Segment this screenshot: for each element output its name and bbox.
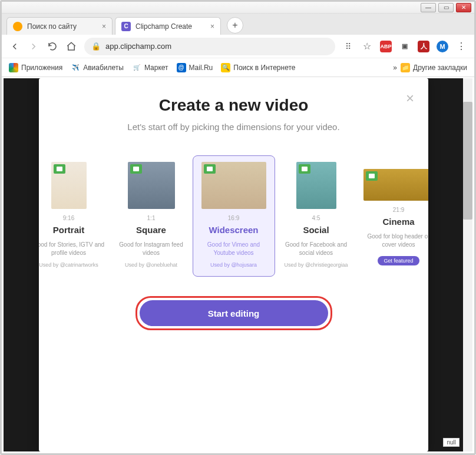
- dimension-thumbnail: [296, 162, 336, 209]
- bookmark-item[interactable]: @Mail.Ru: [177, 63, 213, 72]
- new-tab-button[interactable]: +: [227, 17, 243, 34]
- bookmarks-overflow[interactable]: »: [393, 64, 397, 72]
- dimension-name: Portrait: [39, 225, 105, 235]
- aspect-ratio: 16:9: [198, 215, 270, 221]
- null-tooltip: null: [443, 438, 460, 447]
- dimension-desc: Good for blog header or cover videos: [363, 233, 429, 249]
- browser-tab-active[interactable]: C Clipchamp Create ×: [115, 17, 221, 35]
- page-content: × Create a new video Let's start off by …: [4, 78, 472, 451]
- aspect-ratio: 21:9: [363, 207, 429, 213]
- aspect-ratio: 1:1: [115, 215, 187, 221]
- favicon: [13, 22, 22, 31]
- lock-icon: 🔒: [91, 42, 101, 51]
- template-badge-icon: [366, 171, 378, 181]
- annotation-highlight: [135, 296, 332, 330]
- template-badge-icon: [130, 164, 142, 174]
- close-tab-icon[interactable]: ×: [210, 22, 214, 31]
- dimension-thumbnail: [363, 169, 429, 201]
- dimension-credit: Used by @hojusara: [198, 262, 270, 268]
- address-bar: 🔒 app.clipchamp.com ⠿ ☆ ABP ▣ 人 M ⋮: [2, 35, 474, 58]
- template-badge-icon: [204, 164, 216, 174]
- menu-button[interactable]: ⋮: [455, 41, 467, 52]
- dimension-name: Social: [280, 225, 352, 235]
- tab-strip: Поиск по сайту × C Clipchamp Create × +: [2, 14, 474, 35]
- scrollbar-thumb[interactable]: [463, 102, 472, 220]
- url-text: app.clipchamp.com: [105, 42, 171, 51]
- modal-close-button[interactable]: ×: [406, 90, 414, 107]
- home-button[interactable]: [65, 41, 77, 52]
- create-video-modal: × Create a new video Let's start off by …: [39, 78, 428, 451]
- dimension-desc: Good for Facebook and social videos: [280, 241, 352, 257]
- dimension-name: Cinema: [363, 217, 429, 227]
- dimension-card-square[interactable]: 1:1 Square Good for Instagram feed video…: [110, 155, 193, 277]
- maximize-button[interactable]: ▭: [438, 3, 454, 12]
- dimension-name: Square: [115, 225, 187, 235]
- favicon: C: [121, 22, 131, 31]
- apps-bookmark[interactable]: Приложения: [9, 63, 62, 72]
- forward-button[interactable]: [28, 41, 39, 52]
- dimension-name: Widescreen: [198, 225, 270, 235]
- dimension-thumbnail: [51, 162, 87, 209]
- dimension-credit: Used by @catrinartworks: [39, 262, 105, 268]
- bookmark-item[interactable]: 🛒Маркет: [132, 63, 168, 72]
- dimension-card-social[interactable]: 4:5 Social Good for Facebook and social …: [275, 155, 358, 277]
- dimension-credit: Used by @christiegeorgiaa: [280, 262, 352, 268]
- dimension-desc: Good for Vimeo and Youtube videos: [198, 241, 270, 257]
- close-window-button[interactable]: ✕: [456, 3, 471, 12]
- bookmark-item[interactable]: 🔍Поиск в Интернете: [221, 63, 295, 72]
- modal-title: Create a new video: [39, 96, 428, 115]
- url-input[interactable]: 🔒 app.clipchamp.com: [84, 38, 335, 55]
- aspect-ratio: 9:16: [39, 215, 105, 221]
- aspect-ratio: 4:5: [280, 215, 352, 221]
- browser-tab[interactable]: Поиск по сайту ×: [6, 17, 113, 35]
- bookmark-star-icon[interactable]: ☆: [361, 41, 373, 52]
- translate-icon[interactable]: ⠿: [342, 41, 354, 52]
- minimize-button[interactable]: —: [421, 3, 436, 12]
- window-title-bar: — ▭ ✕: [2, 2, 474, 14]
- bookmark-item[interactable]: ✈️Авиабилеты: [71, 63, 124, 72]
- other-bookmarks[interactable]: 📁Другие закладки: [401, 63, 467, 72]
- dimension-card-widescreen-selected[interactable]: 16:9 Widescreen Good for Vimeo and Youtu…: [193, 155, 275, 277]
- pdf-extension-icon[interactable]: 人: [418, 41, 429, 52]
- profile-avatar[interactable]: M: [437, 41, 448, 52]
- dimension-card-cinema[interactable]: 21:9 Cinema Good for blog header or cove…: [358, 155, 429, 277]
- tab-title: Поиск по сайту: [27, 22, 77, 31]
- dimensions-row: 9:16 Portrait Good for Stories, IGTV and…: [39, 155, 428, 277]
- dimension-card-portrait[interactable]: 9:16 Portrait Good for Stories, IGTV and…: [39, 155, 110, 277]
- get-featured-button[interactable]: Get featured: [378, 256, 419, 265]
- modal-subtitle: Let's start off by picking the dimension…: [39, 122, 428, 132]
- dimension-desc: Good for Instagram feed videos: [115, 241, 187, 257]
- dimension-desc: Good for Stories, IGTV and profile video…: [39, 241, 105, 257]
- template-badge-icon: [299, 164, 310, 174]
- reload-button[interactable]: [47, 41, 58, 52]
- dimension-thumbnail: [128, 162, 175, 209]
- back-button[interactable]: [9, 41, 21, 52]
- tab-title: Clipchamp Create: [135, 22, 192, 31]
- cast-extension-icon[interactable]: ▣: [399, 41, 411, 52]
- close-tab-icon[interactable]: ×: [102, 22, 106, 31]
- template-badge-icon: [54, 164, 65, 174]
- bookmarks-bar: Приложения ✈️Авиабилеты 🛒Маркет @Mail.Ru…: [2, 58, 474, 77]
- dimension-credit: Used by @onebluehat: [115, 262, 187, 268]
- adblock-extension-icon[interactable]: ABP: [380, 41, 392, 52]
- dimension-thumbnail: [201, 162, 266, 209]
